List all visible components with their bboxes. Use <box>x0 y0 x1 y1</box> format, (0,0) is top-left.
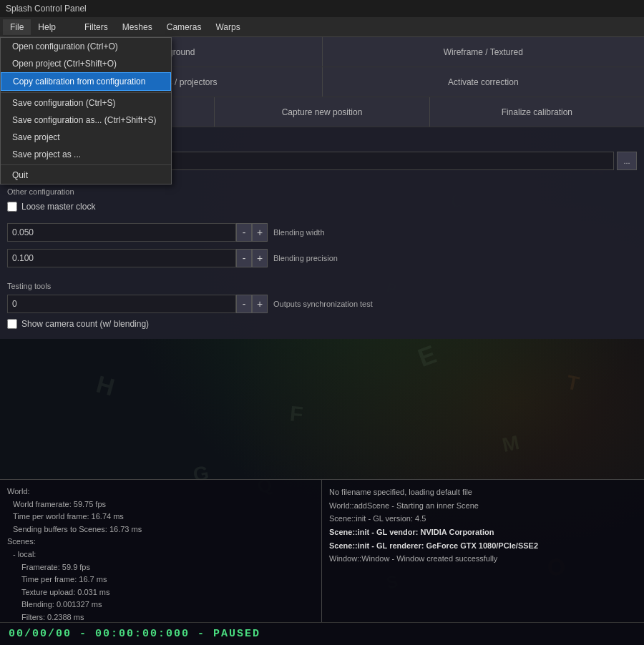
menu-filters[interactable]: Filters <box>77 19 115 35</box>
blending-precision-section: - + Blending precision <box>0 247 644 273</box>
menu-separator-2 <box>1 164 171 165</box>
activate-correction-btn[interactable]: Activate correction <box>323 67 645 97</box>
time-per-frame: Time per frame: 16.7 ms <box>7 573 314 586</box>
testing-tools-label: Testing tools <box>7 282 637 290</box>
menu-warps[interactable]: Warps <box>208 19 247 35</box>
blending-width-section: - + Blending width <box>0 222 644 247</box>
outputs-sync-row: - + Outputs synchronization test <box>7 295 637 313</box>
wireframe-textured-btn[interactable]: Wireframe / Textured <box>323 37 645 67</box>
blending-precision-label: Blending precision <box>273 254 338 262</box>
outputs-sync-minus-btn[interactable]: - <box>236 295 252 313</box>
outputs-sync-input[interactable] <box>7 295 236 313</box>
show-camera-count-checkbox[interactable] <box>7 319 17 329</box>
info-right: No filename specified, loading default f… <box>322 480 644 622</box>
loose-master-clock-label: Loose master clock <box>21 202 95 212</box>
world-label: World: <box>7 486 314 498</box>
sending-buffers: Sending buffers to Scenes: 16.73 ms <box>7 523 314 536</box>
texture-upload: Texture upload: 0.031 ms <box>7 586 314 599</box>
show-camera-count-label: Show camera count (w/ blending) <box>21 319 149 329</box>
menu-save-config-as[interactable]: Save configuration as... (Ctrl+Shift+S) <box>1 112 171 129</box>
capture-new-position-btn[interactable]: Capture new position <box>215 97 429 127</box>
outputs-sync-label: Outputs synchronization test <box>273 300 373 308</box>
outputs-sync-plus-btn[interactable]: + <box>252 295 268 313</box>
info-line-2: World::addScene - Starting an inner Scen… <box>329 499 637 513</box>
blending-width-plus-btn[interactable]: + <box>252 223 268 242</box>
status-bar: 00/00/00 - 00:00:00:000 - PAUSED <box>0 622 644 645</box>
title-text: Splash Control Panel <box>6 4 87 14</box>
menu-open-project[interactable]: Open project (Ctrl+Shift+O) <box>1 55 171 72</box>
menu-help[interactable]: Help <box>31 19 63 35</box>
blending-width-label: Blending width <box>273 228 325 237</box>
menu-meshes[interactable]: Meshes <box>115 19 160 35</box>
info-line-4: Scene::init - GL vendor: NVIDIA Corporat… <box>329 526 637 539</box>
show-camera-count-row: Show camera count (w/ blending) <box>7 317 637 330</box>
loose-master-clock-row: Loose master clock <box>7 200 637 213</box>
menu-cameras[interactable]: Cameras <box>160 19 209 35</box>
blending-info: Blending: 0.001327 ms <box>7 599 314 611</box>
info-line-5: Scene::init - GL renderer: GeForce GTX 1… <box>329 539 637 553</box>
blending-precision-input[interactable] <box>7 249 236 267</box>
blending-precision-row: - + Blending precision <box>7 249 637 267</box>
time-per-world-frame: Time per world frame: 16.74 ms <box>7 511 314 523</box>
title-bar: Splash Control Panel <box>0 0 644 17</box>
scenes-label: Scenes: <box>7 536 314 548</box>
menu-file[interactable]: File <box>3 19 31 35</box>
menu-save-project-as[interactable]: Save project as ... <box>1 146 171 163</box>
menu-open-config[interactable]: Open configuration (Ctrl+O) <box>1 38 171 55</box>
menu-copy-calibration[interactable]: Copy calibration from configuration <box>1 72 171 91</box>
info-left: World: World framerate: 59.75 fps Time p… <box>0 480 322 622</box>
loose-master-clock-checkbox[interactable] <box>7 202 17 212</box>
blending-precision-plus-btn[interactable]: + <box>252 249 268 267</box>
info-line-1: No filename specified, loading default f… <box>329 486 637 499</box>
menu-separator-1 <box>1 92 171 93</box>
info-line-3: Scene::init - GL version: 4.5 <box>329 512 637 526</box>
browse-btn[interactable]: ... <box>617 152 637 170</box>
world-framerate: World framerate: 59.75 fps <box>7 498 314 511</box>
info-strip: World: World framerate: 59.75 fps Time p… <box>0 479 644 622</box>
info-line-6: Window::Window - Window created successf… <box>329 552 637 566</box>
menu-bar: File Help Filters Meshes Cameras Warps O… <box>0 17 644 37</box>
other-config-label: Other configuration <box>7 187 637 196</box>
menu-save-project[interactable]: Save project <box>1 129 171 146</box>
other-config-section: Other configuration Loose master clock <box>0 179 644 222</box>
testing-tools-section: Testing tools - + Outputs synchronizatio… <box>0 273 644 339</box>
blending-precision-minus-btn[interactable]: - <box>236 249 252 267</box>
blending-width-row: - + Blending width <box>7 223 637 242</box>
status-text: 00/00/00 - 00:00:00:000 - PAUSED <box>9 628 260 640</box>
blending-width-input[interactable] <box>7 223 236 242</box>
menu-save-config[interactable]: Save configuration (Ctrl+S) <box>1 94 171 112</box>
menu-quit[interactable]: Quit <box>1 167 171 184</box>
finalize-calibration-btn[interactable]: Finalize calibration <box>430 97 644 127</box>
local-label: - local: <box>7 548 314 561</box>
file-dropdown: Open configuration (Ctrl+O) Open project… <box>0 37 172 184</box>
blending-width-minus-btn[interactable]: - <box>236 223 252 242</box>
framerate: Framerate: 59.9 fps <box>7 561 314 574</box>
